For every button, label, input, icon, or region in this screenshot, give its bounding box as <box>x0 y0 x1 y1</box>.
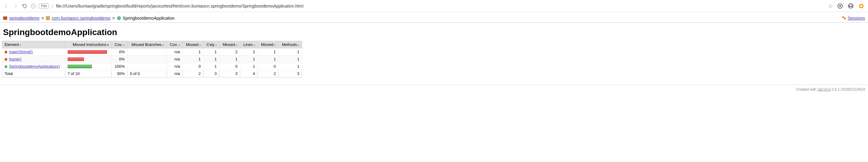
app-icon[interactable] <box>858 3 864 9</box>
col-element[interactable]: Element♦ <box>2 41 65 48</box>
arrow-left-icon <box>4 3 9 9</box>
col-missed2[interactable]: Missed♦ <box>219 41 240 48</box>
cell-branches <box>127 48 166 55</box>
footer-tool-link[interactable]: JaCoCo <box>817 87 830 91</box>
sessions-icon <box>842 16 846 21</box>
cell-methods: 1 <box>278 48 302 55</box>
info-icon: i <box>31 4 36 8</box>
method-link[interactable]: home() <box>9 57 22 62</box>
address-bar[interactable]: i File | file:///Users/liumiao/gradle/sp… <box>31 3 824 9</box>
col-cov2[interactable]: Cov.♦ <box>166 41 182 48</box>
total-cxty: 3 <box>203 70 219 77</box>
svg-point-1 <box>839 5 841 7</box>
breadcrumb: springbootdemo > com.liumiaocn.springboo… <box>3 16 175 21</box>
cell-branches <box>127 63 166 70</box>
total-branches: 0 of 0 <box>127 70 166 77</box>
breadcrumb-bar: springbootdemo > com.liumiaocn.springboo… <box>0 14 868 23</box>
forward-button[interactable] <box>13 3 18 9</box>
svg-rect-7 <box>4 17 5 19</box>
cell-element: SpringbootdemoApplication() <box>2 63 65 70</box>
svg-point-14 <box>842 16 844 18</box>
col-missed-instructions[interactable]: Missed Instructions▾ <box>65 41 111 48</box>
total-lines: 4 <box>240 70 257 77</box>
profile-icon[interactable] <box>847 3 854 9</box>
total-row: Total 7 of 10 30% 0 of 0 n/a 2 3 3 4 2 3 <box>2 70 302 77</box>
cell-bar <box>65 55 111 63</box>
bookmark-star-icon[interactable]: ☆ <box>828 3 833 9</box>
coverage-table: Element♦ Missed Instructions▾ Cov.♦ Miss… <box>2 41 302 77</box>
method-status-dot-icon <box>5 65 7 68</box>
total-m1: 2 <box>183 70 203 77</box>
breadcrumb-root-link[interactable]: springbootdemo <box>9 16 39 21</box>
cell-cov1: 0% <box>111 48 127 55</box>
table-row: main(String[])0%n/a112211 <box>2 48 302 55</box>
report-root-icon <box>3 16 7 20</box>
sessions-link-group: Sessions <box>842 16 865 21</box>
cell-m2: 1 <box>219 55 240 63</box>
cell-bar <box>65 63 111 70</box>
total-cov1: 30% <box>111 70 127 77</box>
reload-button[interactable] <box>22 3 27 9</box>
cell-branches <box>127 55 166 63</box>
toolbar-right: ☆ <box>828 3 864 9</box>
svg-rect-8 <box>5 17 6 19</box>
footer-version: 0.8.1.201803210924 <box>831 87 865 91</box>
cell-m1: 1 <box>183 55 203 63</box>
col-missed-branches[interactable]: Missed Branches♦ <box>127 41 166 48</box>
table-row: SpringbootdemoApplication()100%n/a010101 <box>2 63 302 70</box>
url-scheme-badge: File <box>39 3 49 9</box>
cell-cxty: 1 <box>203 55 219 63</box>
breadcrumb-class-label: SpringbootdemoApplication <box>123 16 175 21</box>
footer-prefix: Created with <box>796 87 817 91</box>
svg-point-5 <box>860 5 863 7</box>
breadcrumb-package-link[interactable]: com.liumiaocn.springbootdemo <box>52 16 111 21</box>
total-instr: 7 of 10 <box>65 70 111 77</box>
svg-point-15 <box>844 17 846 19</box>
extension-icon[interactable] <box>837 3 843 9</box>
cell-cov2: n/a <box>166 63 182 70</box>
coverage-bar <box>68 57 84 61</box>
col-lines[interactable]: Lines♦ <box>240 41 257 48</box>
method-link[interactable]: main(String[]) <box>9 49 33 54</box>
col-cxty[interactable]: Cxty♦ <box>203 41 219 48</box>
cell-lines: 2 <box>240 48 257 55</box>
cell-m2: 2 <box>219 48 240 55</box>
cell-m2: 0 <box>219 63 240 70</box>
reload-icon <box>22 3 27 9</box>
total-label: Total <box>2 70 65 77</box>
arrow-right-icon <box>13 3 18 9</box>
cell-cov1: 0% <box>111 55 127 63</box>
cell-cov1: 100% <box>111 63 127 70</box>
method-link[interactable]: SpringbootdemoApplication() <box>9 64 60 69</box>
total-methods: 3 <box>278 70 302 77</box>
cell-m3: 0 <box>257 63 278 70</box>
breadcrumb-separator: > <box>41 16 44 21</box>
sessions-link[interactable]: Sessions <box>848 16 865 21</box>
url-text: file:///Users/liumiao/gradle/springboot/… <box>56 4 304 8</box>
url-separator: | <box>52 4 53 8</box>
method-status-dot-icon <box>5 58 7 61</box>
total-m3: 2 <box>257 70 278 77</box>
cell-cov2: n/a <box>166 48 182 55</box>
cell-m1: 0 <box>183 63 203 70</box>
total-cov2: n/a <box>166 70 182 77</box>
col-missed3[interactable]: Missed♦ <box>257 41 278 48</box>
col-methods[interactable]: Methods♦ <box>278 41 302 48</box>
browser-toolbar: i File | file:///Users/liumiao/gradle/sp… <box>0 0 868 12</box>
back-button[interactable] <box>4 3 9 9</box>
svg-point-3 <box>850 4 851 6</box>
col-cov1[interactable]: Cov.♦ <box>111 41 127 48</box>
cell-element: home() <box>2 55 65 63</box>
table-row: home()0%n/a111111 <box>2 55 302 63</box>
cell-cxty: 1 <box>203 63 219 70</box>
cell-element: main(String[]) <box>2 48 65 55</box>
cell-m3: 1 <box>257 48 278 55</box>
cell-methods: 1 <box>278 63 302 70</box>
cell-bar <box>65 48 111 55</box>
cell-lines: 1 <box>240 63 257 70</box>
svg-text:C: C <box>118 16 120 19</box>
cell-methods: 1 <box>278 55 302 63</box>
cell-cov2: n/a <box>166 55 182 63</box>
total-m2: 3 <box>219 70 240 77</box>
col-missed1[interactable]: Missed♦ <box>183 41 203 48</box>
